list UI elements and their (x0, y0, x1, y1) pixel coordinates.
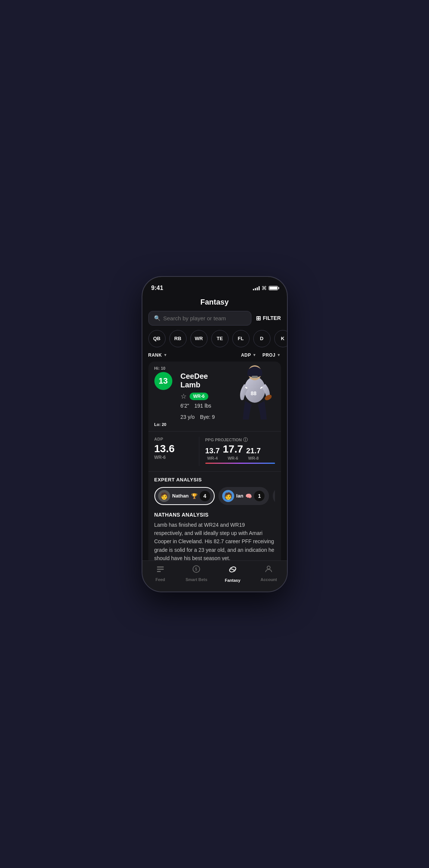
position-pills: QB RB WR TE FL D K (142, 330, 287, 353)
stats-section: ADP 13.6 WR-6 PPG PROJECTION ⓘ 13.7 WR-4 (148, 431, 281, 471)
nav-feed-label: Feed (155, 577, 165, 582)
phone-frame: 9:41 ⌘ Fantasy (142, 276, 288, 592)
expert-score-ian: 1 (254, 491, 265, 501)
expert-row: 🧑 Nathan 🏆 4 🧑 Ian 🧠 1 (154, 487, 275, 505)
content-area[interactable]: Fantasy 🔍 ⊞ FILTER QB RB WR TE FL (142, 295, 287, 560)
player-info-column: CeeDee Lamb ☆ WR-6 6'2" 191 lbs 23 y/o B… (181, 372, 226, 420)
player-name: CeeDee Lamb (181, 372, 226, 389)
page-header: Fantasy (142, 295, 287, 311)
feed-icon (156, 565, 165, 576)
svg-text:88: 88 (251, 390, 257, 396)
svg-point-0 (244, 376, 265, 403)
pill-d[interactable]: D (253, 330, 271, 347)
page-title: Fantasy (200, 298, 229, 306)
expert-emoji-ian: 🧠 (245, 493, 252, 499)
player-image: 88 (229, 362, 278, 421)
pill-rb[interactable]: RB (169, 330, 187, 347)
nav-fantasy-label: Fantasy (225, 578, 241, 583)
expert-avatar-nathan: 🧑 (158, 490, 170, 502)
rank-column: 13 (154, 372, 172, 420)
sort-rank-label: RANK (148, 353, 162, 358)
notch (190, 277, 239, 289)
ppg-mid: 17.7 WR-6 (223, 443, 243, 460)
rank-badge: 13 (154, 372, 172, 390)
filter-button[interactable]: ⊞ FILTER (256, 315, 281, 322)
player-age: 23 y/o (181, 414, 195, 420)
analysis-title: NATHANS ANALYSIS (154, 512, 275, 518)
status-icons: ⌘ (253, 285, 278, 291)
expert-chip-ian[interactable]: 🧑 Ian 🧠 1 (218, 487, 269, 505)
wifi-icon: ⌘ (262, 285, 267, 291)
svg-text:$: $ (195, 567, 197, 571)
expert-avatar-ian: 🧑 (222, 490, 234, 502)
svg-rect-12 (157, 566, 164, 568)
ppg-gradient-bar (205, 463, 275, 464)
signal-icon (253, 286, 260, 290)
position-tag: WR-6 (190, 393, 209, 400)
analysis-text: Lamb has finished at WR24 and WR19 respe… (154, 521, 275, 560)
star-icon[interactable]: ☆ (181, 392, 187, 400)
svg-point-20 (267, 566, 270, 569)
expert-name-nathan: Nathan (172, 493, 189, 499)
sort-proj-label: PROJ (262, 353, 275, 358)
search-icon: 🔍 (154, 315, 160, 321)
nav-account-label: Account (260, 577, 277, 582)
smart-bets-icon: $ (192, 565, 201, 576)
account-icon (264, 565, 273, 576)
chevron-down-proj-icon: ▼ (277, 353, 281, 357)
featured-player-card[interactable]: Hi: 10 13 CeeDee Lamb ☆ WR-6 (148, 362, 281, 560)
sort-adp-button[interactable]: ADP ▼ (241, 353, 256, 358)
nav-feed[interactable]: Feed (142, 565, 179, 583)
search-input[interactable] (163, 315, 246, 321)
battery-icon (269, 286, 278, 290)
filter-label: FILTER (263, 315, 281, 321)
pill-wr[interactable]: WR (190, 330, 208, 347)
pill-fl[interactable]: FL (232, 330, 250, 347)
ppg-label: PPG PROJECTION ⓘ (205, 437, 275, 443)
player-weight: 191 lbs (194, 403, 211, 409)
player-stats-row: 6'2" 191 lbs 23 y/o Bye: 9 (181, 403, 226, 420)
adp-sub: WR-6 (154, 455, 193, 460)
pill-te[interactable]: TE (211, 330, 229, 347)
adp-value: 13.6 (154, 443, 193, 455)
nav-fantasy[interactable]: Fantasy (215, 565, 251, 583)
ppg-block: PPG PROJECTION ⓘ 13.7 WR-4 17.7 WR-6 (199, 437, 275, 466)
expert-name-ian: Ian (236, 493, 244, 499)
sort-rank-button[interactable]: RANK ▼ (148, 353, 167, 358)
phone-screen: 9:41 ⌘ Fantasy (142, 277, 287, 592)
player-bye: Bye: 9 (200, 414, 215, 420)
expert-chip-nathan[interactable]: 🧑 Nathan 🏆 4 (154, 487, 215, 505)
expert-chip-kevin[interactable]: 🧑 Kevin 📊 3 (273, 487, 275, 505)
adp-label: ADP (154, 437, 193, 441)
search-input-wrap[interactable]: 🔍 (148, 311, 251, 326)
expert-analysis-section: EXPERT ANALYSIS 🧑 Nathan 🏆 4 🧑 Ian (148, 471, 281, 510)
expert-section-label: EXPERT ANALYSIS (154, 477, 275, 483)
ppg-high: 21.7 WR-8 (246, 447, 261, 460)
info-icon: ⓘ (243, 437, 248, 443)
sort-adp-label: ADP (241, 353, 251, 358)
nav-smart-bets[interactable]: $ Smart Bets (178, 565, 215, 583)
search-row: 🔍 ⊞ FILTER (142, 311, 287, 330)
expert-emoji-nathan: 🏆 (191, 493, 197, 499)
status-time: 9:41 (151, 285, 163, 291)
sort-proj-button[interactable]: PROJ ▼ (262, 353, 281, 358)
svg-rect-14 (157, 571, 161, 572)
svg-rect-2 (252, 376, 258, 378)
nav-account[interactable]: Account (251, 565, 287, 583)
pill-qb[interactable]: QB (148, 330, 166, 347)
lo-value: Lo: 20 (154, 422, 166, 427)
filter-icon: ⊞ (256, 315, 261, 322)
ppg-low: 13.7 WR-4 (205, 447, 220, 460)
ppg-values-row: 13.7 WR-4 17.7 WR-6 21.7 WR-8 (205, 443, 275, 460)
bottom-nav: Feed $ Smart Bets (142, 560, 287, 592)
expert-score-nathan: 4 (200, 491, 210, 501)
adp-block: ADP 13.6 WR-6 (154, 437, 199, 466)
svg-rect-13 (157, 569, 164, 570)
chevron-down-adp-icon: ▼ (253, 353, 256, 357)
player-name-header: CeeDee Lamb ☆ WR-6 (181, 372, 226, 400)
player-height: 6'2" (181, 403, 189, 409)
analysis-section: NATHANS ANALYSIS Lamb has finished at WR… (148, 510, 281, 560)
chevron-down-icon: ▼ (163, 353, 167, 357)
player-card-header: Hi: 10 13 CeeDee Lamb ☆ WR-6 (148, 362, 281, 428)
pill-k[interactable]: K (274, 330, 287, 347)
